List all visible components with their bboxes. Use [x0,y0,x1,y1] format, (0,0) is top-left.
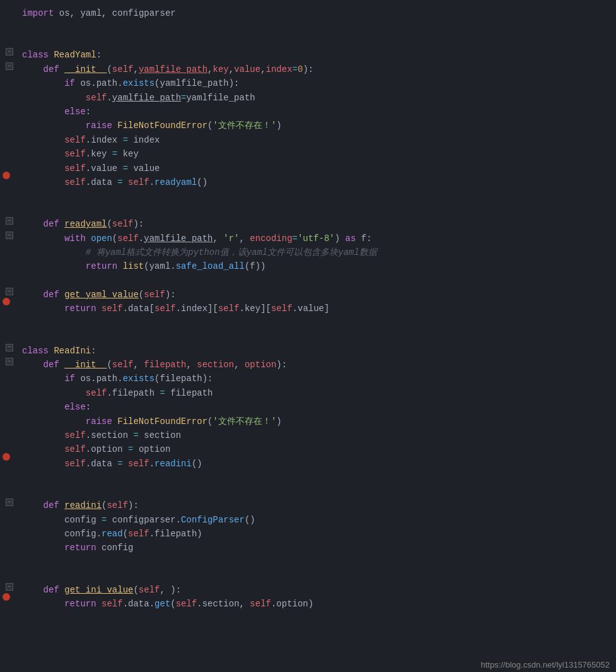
code-text: self.value = value [19,162,610,175]
code-line: if os.path.exists(yamlfile_path): [0,76,616,90]
code-text: self.index = index [19,133,610,147]
code-editor: import os, yaml, configparser − class Re… [0,0,616,672]
code-line: − class ReadYaml: [0,48,616,62]
code-text: self.option = option [19,442,610,456]
code-text: self.data = self.readyaml() [19,175,610,189]
fold-icon[interactable]: − [6,583,13,591]
code-line: raise FileNotFoundError('文件不存在！') [0,415,616,428]
code-line: self.index = index [0,133,616,147]
code-line [0,274,616,288]
code-text: return config [19,541,610,555]
code-line: − def get_ini_value(self, ): [0,583,616,597]
code-text: def __init__(self, filepath, section, op… [19,358,610,372]
gutter: − [0,48,19,56]
code-text: with open(self.yamlfile_path, 'r', encod… [19,232,610,245]
code-line: self.key = key [0,147,616,161]
code-text: class ReadIni: [19,344,610,358]
code-line: return self.data.get(self.section, self.… [0,597,616,611]
code-line [0,203,616,217]
fold-icon[interactable]: − [6,358,13,365]
code-line [0,316,616,330]
breakpoint [3,453,10,461]
fold-icon[interactable]: − [6,232,13,239]
code-line: return self.data[self.index][self.key][s… [0,302,616,315]
fold-icon[interactable]: − [6,344,13,351]
breakpoint [3,593,10,601]
code-text: self.yamlfile_path=yamlfile_path [19,91,610,105]
code-line: raise FileNotFoundError('文件不存在！') [0,119,616,133]
code-line: config.read(self.filepath) [0,527,616,541]
code-line [0,611,616,625]
gutter: − [0,498,19,506]
fold-icon[interactable]: − [6,498,13,506]
code-line: # 将yaml格式文件转换为python值，该yaml文件可以包含多块yaml数… [0,245,616,259]
code-text: raise FileNotFoundError('文件不存在！') [19,119,610,133]
code-line: self.data = self.readini() [0,457,616,471]
code-line: − def readyaml(self): [0,217,616,231]
code-text: def readyaml(self): [19,217,610,231]
code-text: raise FileNotFoundError('文件不存在！') [19,415,610,428]
code-line: − def get_yaml_value(self): [0,288,616,302]
code-line: else: [0,400,616,414]
code-text: return self.data[self.index][self.key][s… [19,302,610,315]
code-line: config = configparser.ConfigParser() [0,513,616,527]
code-text: self.filepath = filepath [19,386,610,400]
code-line: if os.path.exists(filepath): [0,372,616,386]
fold-icon[interactable]: − [6,217,13,225]
code-line: self.data = self.readyaml() [0,175,616,189]
code-line [0,485,616,498]
code-line: return config [0,541,616,555]
code-line [0,34,616,48]
code-line [0,471,616,485]
fold-icon[interactable]: − [6,48,13,56]
code-line: return list(yaml.safe_load_all(f)) [0,259,616,273]
code-text: def __init__(self,yamlfile_path,key,valu… [19,62,610,76]
code-line: self.option = option [0,442,616,456]
code-text: self.data = self.readini() [19,457,610,471]
code-line: self.yamlfile_path=yamlfile_path [0,91,616,105]
code-text: def readini(self): [19,498,610,512]
code-text: return self.data.get(self.section, self.… [19,597,610,611]
code-text: if os.path.exists(filepath): [19,372,610,386]
code-text: def get_ini_value(self, ): [19,583,610,597]
code-text: import os, yaml, configparser [19,6,610,20]
code-line [0,569,616,583]
gutter: − [0,217,19,225]
code-text: self.section = section [19,428,610,442]
breakpoint [3,298,10,305]
code-text: class ReadYaml: [19,48,610,62]
code-text: config = configparser.ConfigParser() [19,513,610,527]
code-line [0,625,616,639]
code-line [0,639,616,653]
code-text: config.read(self.filepath) [19,527,610,541]
code-line: − class ReadIni: [0,344,616,358]
fold-icon[interactable]: − [6,62,13,70]
code-text: # 将yaml格式文件转换为python值，该yaml文件可以包含多块yaml数… [19,245,610,259]
code-line: else: [0,105,616,119]
code-line: import os, yaml, configparser [0,6,616,20]
gutter: − [0,62,19,70]
code-line [0,555,616,569]
gutter: − [0,344,19,351]
code-line: self.filepath = filepath [0,386,616,400]
fold-icon[interactable]: − [6,288,13,295]
code-line: − def readini(self): [0,498,616,512]
gutter: − [0,358,19,365]
code-line: − with open(self.yamlfile_path, 'r', enc… [0,232,616,245]
watermark: https://blog.csdn.net/lyl1315765052 [480,659,610,672]
gutter: − [0,232,19,239]
code-line: − def __init__(self,yamlfile_path,key,va… [0,62,616,76]
code-text: else: [19,105,610,119]
gutter: − [0,288,19,295]
code-text: return list(yaml.safe_load_all(f)) [19,259,610,273]
code-line [0,330,616,344]
code-text: else: [19,400,610,414]
breakpoint [3,172,10,179]
code-text: self.key = key [19,147,610,161]
code-line [0,20,616,34]
gutter: − [0,583,19,591]
code-text: if os.path.exists(yamlfile_path): [19,76,610,90]
code-line: − def __init__(self, filepath, section, … [0,358,616,372]
code-line: self.section = section [0,428,616,442]
code-text: def get_yaml_value(self): [19,288,610,302]
